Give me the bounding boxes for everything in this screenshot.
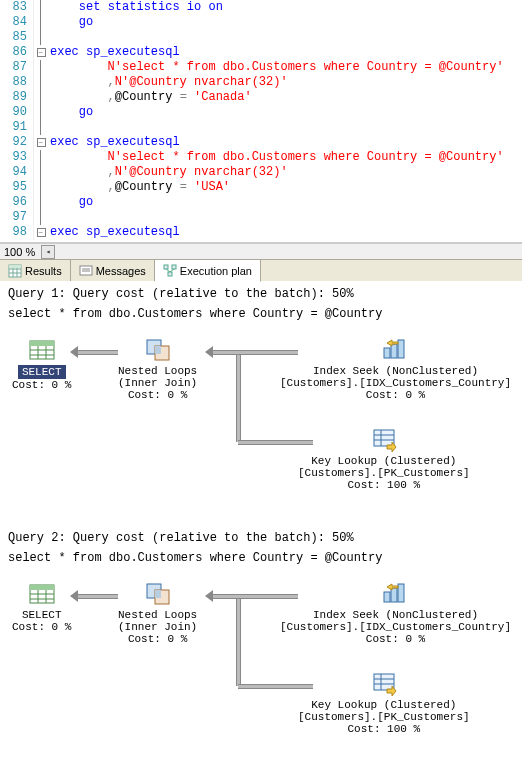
scroll-left-button[interactable]: ◂ (41, 245, 55, 259)
code-text[interactable]: ,@Country = 'USA' (48, 180, 230, 195)
line-number: 93 (0, 150, 34, 165)
plan-node-nested-loops[interactable]: Nested Loops(Inner Join)Cost: 0 % (118, 337, 197, 401)
code-text[interactable]: ,N'@Country nvarchar(32)' (48, 75, 288, 90)
plan-arrow (238, 440, 313, 445)
code-text[interactable]: exec sp_executesql (48, 45, 180, 60)
outline-gutter[interactable] (34, 30, 48, 45)
code-editor[interactable]: 83 set statistics io on84 go8586−exec sp… (0, 0, 522, 243)
code-text[interactable]: exec sp_executesql (48, 225, 180, 240)
plan-diagram[interactable]: SELECTCost: 0 %Nested Loops(Inner Join)C… (8, 327, 514, 507)
zoom-level: 100 % (4, 246, 35, 258)
line-number: 92 (0, 135, 34, 150)
code-line[interactable]: 83 set statistics io on (0, 0, 522, 15)
code-text[interactable]: go (48, 105, 93, 120)
grid-icon (8, 264, 22, 278)
plan-cost-header: Query 1: Query cost (relative to the bat… (8, 287, 514, 301)
code-text[interactable]: N'select * from dbo.Customers where Coun… (48, 60, 504, 75)
outline-gutter[interactable] (34, 165, 48, 180)
plan-node-title: Key Lookup (Clustered) (298, 699, 470, 711)
code-text[interactable]: go (48, 195, 93, 210)
plan-node-subtitle: [Customers].[PK_Customers] (298, 711, 470, 723)
code-line[interactable]: 96 go (0, 195, 522, 210)
tab-execution-plan-label: Execution plan (180, 265, 252, 277)
outline-gutter[interactable] (34, 0, 48, 15)
plan-node-key-lookup[interactable]: Key Lookup (Clustered)[Customers].[PK_Cu… (298, 671, 470, 735)
code-text[interactable]: ,N'@Country nvarchar(32)' (48, 165, 288, 180)
line-number: 83 (0, 0, 34, 15)
code-text[interactable]: set statistics io on (48, 0, 223, 15)
outline-gutter[interactable] (34, 75, 48, 90)
line-number: 84 (0, 15, 34, 30)
plan-node-index-seek[interactable]: Index Seek (NonClustered)[Customers].[ID… (280, 581, 511, 645)
code-line[interactable]: 94 ,N'@Country nvarchar(32)' (0, 165, 522, 180)
plan-node-cost: Cost: 0 % (118, 389, 197, 401)
svg-rect-25 (398, 340, 404, 358)
tab-execution-plan[interactable]: Execution plan (155, 260, 261, 282)
outline-gutter[interactable] (34, 150, 48, 165)
message-icon (79, 264, 93, 278)
code-line[interactable]: 88 ,N'@Country nvarchar(32)' (0, 75, 522, 90)
results-tabstrip: Results Messages Execution plan (0, 259, 522, 281)
plan-arrow-head (70, 590, 78, 602)
outline-gutter[interactable]: − (34, 135, 48, 150)
plan-node-subtitle: [Customers].[IDX_Customers_Country] (280, 621, 511, 633)
plan-diagram[interactable]: SELECTCost: 0 %Nested Loops(Inner Join)C… (8, 571, 514, 751)
code-line[interactable]: 91 (0, 120, 522, 135)
tab-results[interactable]: Results (0, 260, 71, 281)
code-line[interactable]: 97 (0, 210, 522, 225)
plan-node-subtitle: (Inner Join) (118, 621, 197, 633)
collapse-minus-icon[interactable]: − (37, 138, 46, 147)
code-line[interactable]: 85 (0, 30, 522, 45)
tab-messages[interactable]: Messages (71, 260, 155, 281)
outline-gutter[interactable] (34, 15, 48, 30)
svg-rect-23 (384, 348, 390, 358)
code-text[interactable]: ,@Country = 'Canada' (48, 90, 252, 105)
plan-cost-header: Query 2: Query cost (relative to the bat… (8, 531, 514, 545)
code-text[interactable] (48, 210, 50, 225)
plan-node-index-seek[interactable]: Index Seek (NonClustered)[Customers].[ID… (280, 337, 511, 401)
execution-plan-icon (163, 264, 177, 278)
code-line[interactable]: 93 N'select * from dbo.Customers where C… (0, 150, 522, 165)
svg-rect-42 (374, 674, 394, 690)
outline-gutter[interactable]: − (34, 45, 48, 60)
code-line[interactable]: 89 ,@Country = 'Canada' (0, 90, 522, 105)
code-text[interactable] (48, 120, 50, 135)
plan-node-title: Nested Loops (118, 609, 197, 621)
plan-arrow (78, 350, 118, 355)
outline-gutter[interactable] (34, 120, 48, 135)
line-number: 91 (0, 120, 34, 135)
code-text[interactable]: exec sp_executesql (48, 135, 180, 150)
plan-node-key-lookup[interactable]: Key Lookup (Clustered)[Customers].[PK_Cu… (298, 427, 470, 491)
join-icon (143, 337, 173, 363)
svg-rect-11 (168, 272, 172, 276)
code-line[interactable]: 95 ,@Country = 'USA' (0, 180, 522, 195)
execution-plan-pane[interactable]: Query 1: Query cost (relative to the bat… (0, 281, 522, 758)
code-line[interactable]: 86−exec sp_executesql (0, 45, 522, 60)
outline-gutter[interactable] (34, 90, 48, 105)
code-text[interactable] (48, 30, 50, 45)
plan-node-nested-loops[interactable]: Nested Loops(Inner Join)Cost: 0 % (118, 581, 197, 645)
outline-gutter[interactable] (34, 180, 48, 195)
outline-gutter[interactable] (34, 210, 48, 225)
code-line[interactable]: 87 N'select * from dbo.Customers where C… (0, 60, 522, 75)
collapse-minus-icon[interactable]: − (37, 48, 46, 57)
code-line[interactable]: 84 go (0, 15, 522, 30)
code-text[interactable]: go (48, 15, 93, 30)
outline-gutter[interactable] (34, 60, 48, 75)
outline-gutter[interactable] (34, 195, 48, 210)
svg-rect-9 (164, 265, 168, 269)
index-seek-icon (381, 337, 411, 363)
collapse-minus-icon[interactable]: − (37, 228, 46, 237)
code-line[interactable]: 92−exec sp_executesql (0, 135, 522, 150)
key-lookup-icon (369, 427, 399, 453)
code-line[interactable]: 98−exec sp_executesql (0, 225, 522, 240)
plan-node-select[interactable]: SELECTCost: 0 % (12, 337, 71, 391)
outline-gutter[interactable]: − (34, 225, 48, 240)
svg-rect-38 (155, 590, 161, 598)
code-line[interactable]: 90 go (0, 105, 522, 120)
outline-gutter[interactable] (34, 105, 48, 120)
plan-node-select[interactable]: SELECTCost: 0 % (12, 581, 71, 633)
plan-arrow (236, 599, 241, 686)
plan-node-cost: Cost: 0 % (12, 621, 71, 633)
code-text[interactable]: N'select * from dbo.Customers where Coun… (48, 150, 504, 165)
